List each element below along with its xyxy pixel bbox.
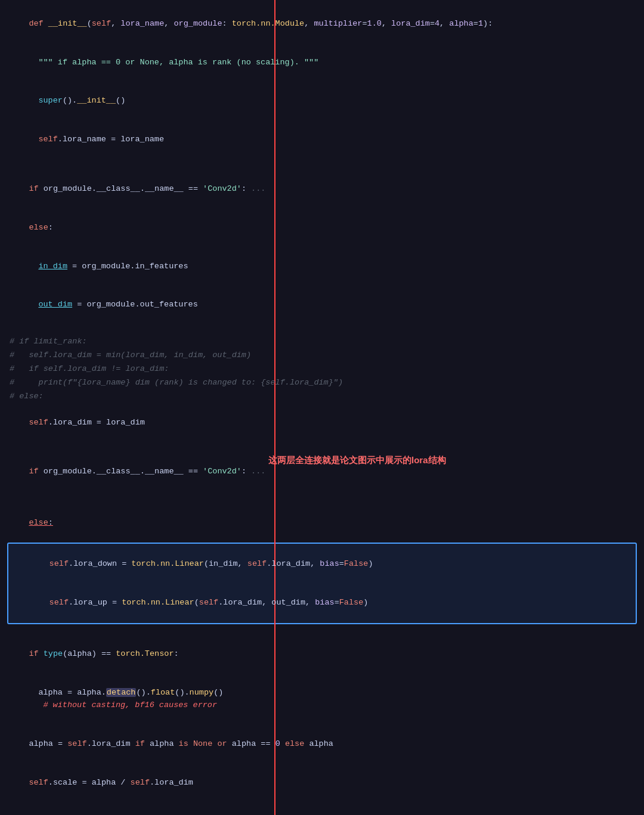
code-line: # else:: [0, 390, 644, 404]
blank-line: [0, 442, 644, 453]
lora-layers-box: self.lora_down = torch.nn.Linear(in_dim,…: [7, 543, 637, 625]
code-line: alpha = self.lora_dim if alpha is None o…: [0, 725, 644, 764]
annotation-lora: 这两层全连接就是论文图示中展示的lora结构: [268, 453, 446, 467]
code-line: super().__init__(): [0, 82, 644, 121]
code-editor: def __init__(self, lora_name, org_module…: [0, 0, 644, 815]
code-line: in_dim = org_module.in_features: [0, 247, 644, 286]
blank-line: [0, 159, 644, 170]
code-line: else:: [0, 504, 644, 543]
code-line: def __init__(self, lora_name, org_module…: [0, 5, 644, 44]
code-line: # if self.lora_dim != lora_dim:: [0, 362, 644, 376]
code-line: if type(alpha) == torch.Tensor:: [0, 635, 644, 674]
code-line: """ if alpha == 0 or None, alpha is rank…: [0, 44, 644, 82]
code-line: self.lora_name = lora_name: [0, 120, 644, 159]
blank-line: [0, 624, 644, 635]
code-line: if org_module.__class__.__name__ == 'Con…: [0, 170, 644, 209]
code-line: self.lora_dim = lora_dim: [0, 404, 644, 442]
code-line: # self.lora_dim = min(lora_dim, in_dim, …: [0, 349, 644, 362]
code-line: out_dim = org_module.out_features: [0, 286, 644, 324]
code-line: else:: [0, 209, 644, 247]
code-line: # print(f"{lora_name} dim (rank) is chan…: [0, 376, 644, 390]
code-line: self.scale = alpha / self.lora_dim: [0, 764, 644, 802]
code-line: self.lora_down = torch.nn.Linear(in_dim,…: [11, 545, 633, 584]
code-line: self.register_buffer('alpha', torch.tens…: [0, 802, 644, 815]
code-line: alpha = alpha.detach().float().numpy() #…: [0, 674, 644, 725]
code-line: if org_module.__class__.__name__ == 'Con…: [0, 453, 644, 504]
code-line: self.lora_up = torch.nn.Linear(self.lora…: [11, 584, 633, 622]
code-line: # if limit_rank:: [0, 335, 644, 349]
blank-line: [0, 324, 644, 335]
